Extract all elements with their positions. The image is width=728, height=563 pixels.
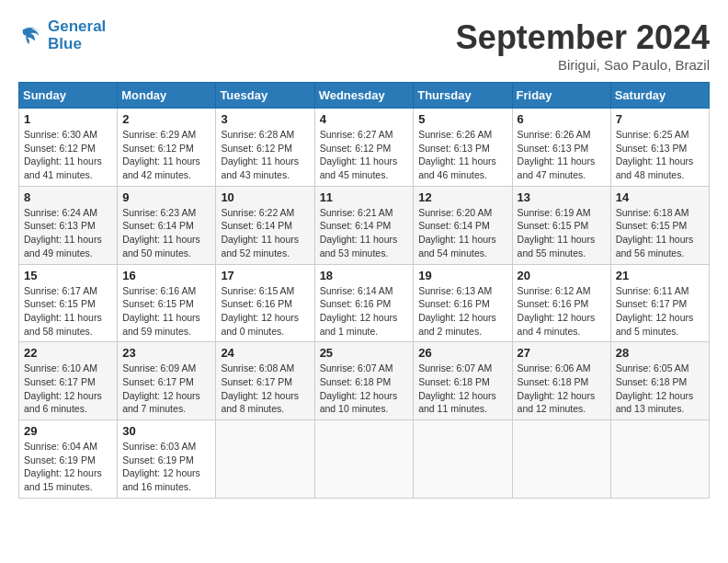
calendar-cell: 13Sunrise: 6:19 AMSunset: 6:15 PMDayligh… [512, 186, 610, 264]
sunset-text: Sunset: 6:14 PM [320, 219, 409, 233]
day-number: 11 [320, 190, 409, 204]
sunset-text: Sunset: 6:14 PM [122, 219, 210, 233]
daylight-hours-text: Daylight: 12 hours [24, 389, 112, 403]
daylight-minutes-text: and 54 minutes. [418, 247, 506, 260]
day-info: Sunrise: 6:21 AMSunset: 6:14 PMDaylight:… [320, 206, 409, 260]
daylight-minutes-text: and 46 minutes. [418, 168, 506, 182]
day-info: Sunrise: 6:26 AMSunset: 6:13 PMDaylight:… [418, 128, 506, 182]
day-info: Sunrise: 6:19 AMSunset: 6:15 PMDaylight:… [518, 206, 606, 260]
daylight-hours-text: Daylight: 11 hours [518, 233, 606, 247]
day-number: 13 [518, 190, 606, 204]
daylight-minutes-text: and 5 minutes. [616, 325, 704, 339]
day-number: 1 [24, 112, 112, 126]
daylight-hours-text: Daylight: 12 hours [221, 311, 309, 325]
calendar-header-row: SundayMondayTuesdayWednesdayThursdayFrid… [19, 83, 710, 109]
daylight-minutes-text: and 7 minutes. [122, 402, 210, 416]
sunset-text: Sunset: 6:15 PM [518, 219, 606, 233]
calendar-week-row: 15Sunrise: 6:17 AMSunset: 6:15 PMDayligh… [19, 264, 710, 342]
day-number: 26 [418, 346, 506, 360]
sunset-text: Sunset: 6:13 PM [24, 219, 112, 233]
sunset-text: Sunset: 6:17 PM [24, 375, 112, 389]
calendar-cell: 23Sunrise: 6:09 AMSunset: 6:17 PMDayligh… [118, 342, 216, 420]
daylight-minutes-text: and 45 minutes. [320, 168, 409, 182]
daylight-minutes-text: and 43 minutes. [221, 168, 309, 182]
calendar-cell: 28Sunrise: 6:05 AMSunset: 6:18 PMDayligh… [610, 342, 709, 420]
daylight-hours-text: Daylight: 11 hours [518, 155, 606, 168]
calendar-cell: 16Sunrise: 6:16 AMSunset: 6:15 PMDayligh… [118, 264, 216, 342]
day-info: Sunrise: 6:30 AMSunset: 6:12 PMDaylight:… [24, 128, 112, 182]
sunset-text: Sunset: 6:12 PM [221, 142, 309, 155]
sunrise-text: Sunrise: 6:05 AM [616, 362, 704, 375]
sunset-text: Sunset: 6:18 PM [616, 375, 704, 389]
day-number: 3 [221, 112, 309, 126]
sunrise-text: Sunrise: 6:15 AM [221, 284, 309, 298]
calendar-cell: 5Sunrise: 6:26 AMSunset: 6:13 PMDaylight… [414, 109, 512, 187]
daylight-minutes-text: and 6 minutes. [24, 402, 112, 416]
calendar-cell: 20Sunrise: 6:12 AMSunset: 6:16 PMDayligh… [512, 264, 610, 342]
sunrise-text: Sunrise: 6:23 AM [122, 206, 210, 220]
daylight-hours-text: Daylight: 12 hours [221, 389, 309, 403]
calendar-cell [512, 420, 610, 499]
calendar-week-row: 8Sunrise: 6:24 AMSunset: 6:13 PMDaylight… [19, 186, 710, 264]
sunset-text: Sunset: 6:12 PM [24, 142, 112, 155]
sunrise-text: Sunrise: 6:29 AM [122, 128, 210, 142]
day-of-week-header: Thursday [414, 83, 512, 109]
day-info: Sunrise: 6:12 AMSunset: 6:16 PMDaylight:… [518, 284, 606, 339]
calendar-cell: 9Sunrise: 6:23 AMSunset: 6:14 PMDaylight… [118, 186, 216, 264]
day-of-week-header: Monday [118, 83, 216, 109]
daylight-hours-text: Daylight: 11 hours [24, 311, 112, 325]
daylight-hours-text: Daylight: 11 hours [616, 155, 704, 168]
day-info: Sunrise: 6:18 AMSunset: 6:15 PMDaylight:… [616, 206, 704, 260]
day-number: 10 [221, 190, 309, 204]
sunrise-text: Sunrise: 6:10 AM [24, 362, 112, 375]
daylight-minutes-text: and 2 minutes. [418, 325, 506, 339]
daylight-hours-text: Daylight: 12 hours [518, 311, 606, 325]
day-number: 22 [24, 346, 112, 360]
day-info: Sunrise: 6:23 AMSunset: 6:14 PMDaylight:… [122, 206, 210, 260]
daylight-minutes-text: and 56 minutes. [616, 247, 704, 260]
sunrise-text: Sunrise: 6:20 AM [418, 206, 506, 220]
sunset-text: Sunset: 6:18 PM [320, 375, 409, 389]
calendar-cell: 21Sunrise: 6:11 AMSunset: 6:17 PMDayligh… [610, 264, 709, 342]
sunrise-text: Sunrise: 6:16 AM [122, 284, 210, 298]
daylight-minutes-text: and 58 minutes. [24, 325, 112, 339]
daylight-hours-text: Daylight: 11 hours [24, 233, 112, 247]
day-info: Sunrise: 6:26 AMSunset: 6:13 PMDaylight:… [518, 128, 606, 182]
day-info: Sunrise: 6:13 AMSunset: 6:16 PMDaylight:… [418, 284, 506, 339]
sunset-text: Sunset: 6:15 PM [122, 297, 210, 311]
sunset-text: Sunset: 6:14 PM [418, 219, 506, 233]
sunrise-text: Sunrise: 6:07 AM [320, 362, 409, 375]
calendar-week-row: 22Sunrise: 6:10 AMSunset: 6:17 PMDayligh… [19, 342, 710, 420]
page-header: General Blue September 2024 Birigui, Sao… [18, 18, 710, 73]
calendar-cell: 17Sunrise: 6:15 AMSunset: 6:16 PMDayligh… [216, 264, 314, 342]
calendar-cell: 30Sunrise: 6:03 AMSunset: 6:19 PMDayligh… [118, 420, 216, 499]
day-info: Sunrise: 6:08 AMSunset: 6:17 PMDaylight:… [221, 362, 309, 416]
sunrise-text: Sunrise: 6:28 AM [221, 128, 309, 142]
sunset-text: Sunset: 6:16 PM [221, 297, 309, 311]
day-info: Sunrise: 6:07 AMSunset: 6:18 PMDaylight:… [320, 362, 409, 416]
day-info: Sunrise: 6:04 AMSunset: 6:19 PMDaylight:… [24, 440, 112, 494]
daylight-minutes-text: and 11 minutes. [418, 402, 506, 416]
sunset-text: Sunset: 6:15 PM [616, 219, 704, 233]
day-info: Sunrise: 6:06 AMSunset: 6:18 PMDaylight:… [518, 362, 606, 416]
daylight-minutes-text: and 59 minutes. [122, 325, 210, 339]
day-number: 24 [221, 346, 309, 360]
day-number: 27 [518, 346, 606, 360]
day-of-week-header: Wednesday [314, 83, 414, 109]
daylight-hours-text: Daylight: 11 hours [122, 155, 210, 168]
day-of-week-header: Friday [512, 83, 610, 109]
sunset-text: Sunset: 6:12 PM [320, 142, 409, 155]
sunset-text: Sunset: 6:16 PM [518, 297, 606, 311]
sunrise-text: Sunrise: 6:26 AM [518, 128, 606, 142]
calendar-cell: 2Sunrise: 6:29 AMSunset: 6:12 PMDaylight… [118, 109, 216, 187]
sunset-text: Sunset: 6:15 PM [24, 297, 112, 311]
daylight-hours-text: Daylight: 11 hours [122, 233, 210, 247]
calendar-cell: 6Sunrise: 6:26 AMSunset: 6:13 PMDaylight… [512, 109, 610, 187]
daylight-minutes-text: and 10 minutes. [320, 402, 409, 416]
daylight-minutes-text: and 52 minutes. [221, 247, 309, 260]
day-info: Sunrise: 6:29 AMSunset: 6:12 PMDaylight:… [122, 128, 210, 182]
sunset-text: Sunset: 6:13 PM [616, 142, 704, 155]
sunset-text: Sunset: 6:18 PM [418, 375, 506, 389]
sunrise-text: Sunrise: 6:21 AM [320, 206, 409, 220]
day-info: Sunrise: 6:07 AMSunset: 6:18 PMDaylight:… [418, 362, 506, 416]
